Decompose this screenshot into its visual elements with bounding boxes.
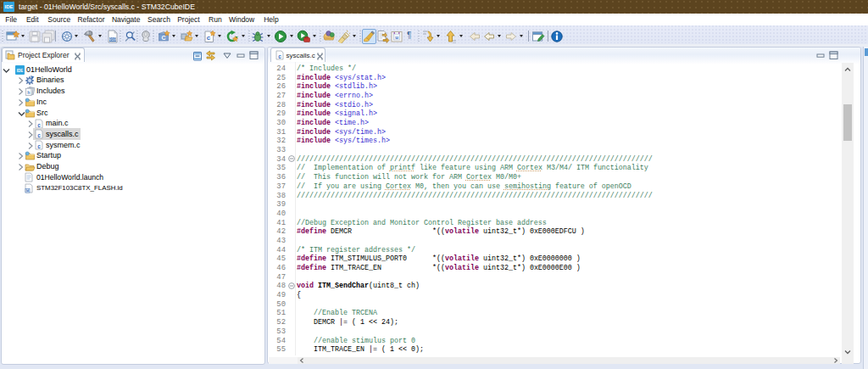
svg-text:c: c — [37, 121, 41, 127]
svg-text:h: h — [27, 90, 30, 95]
svg-text:c: c — [278, 53, 281, 59]
svg-text:010: 010 — [109, 37, 117, 42]
svg-text:u: u — [395, 35, 398, 40]
svg-text:c: c — [37, 132, 41, 138]
svg-text:IDE: IDE — [17, 68, 24, 72]
svg-text:c: c — [207, 34, 211, 42]
svg-text:C: C — [161, 35, 165, 41]
svg-text:c: c — [37, 143, 41, 149]
